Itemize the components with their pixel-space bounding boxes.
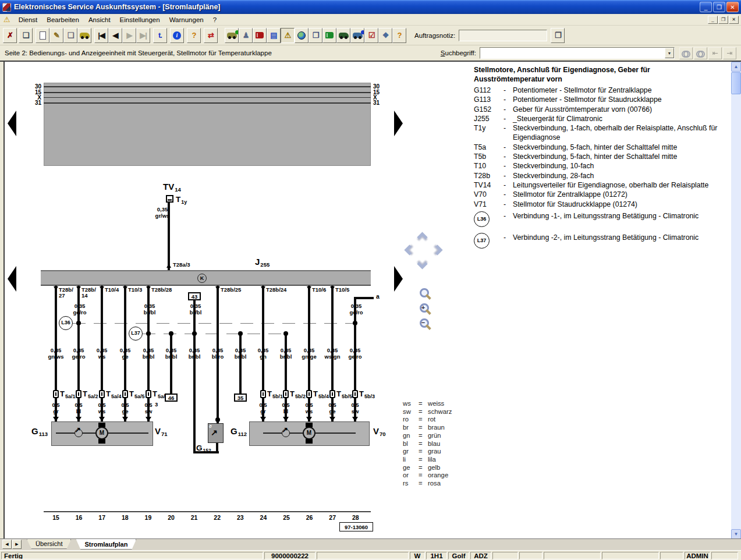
pin-arrow: [307, 286, 311, 290]
legend-description: Steckverbindung, 1-fach, oberhalb der Re…: [513, 123, 735, 143]
checklist-button[interactable]: ☑: [364, 28, 378, 43]
page-next-arrow[interactable]: [394, 111, 403, 136]
toolbar-buttons: ✗❏✎❑|◀◀▶▶|t.i?⇄♟▤⚠❒☑❖?: [3, 28, 406, 43]
page-prev-arrow[interactable]: [8, 266, 16, 292]
tools-button[interactable]: ❖: [378, 28, 392, 43]
print-icon: ❏: [23, 31, 29, 39]
equals-sign: =: [419, 400, 428, 408]
menu-item-warnungen[interactable]: Warnungen: [165, 15, 208, 24]
legend-entry: G152-Geber für Ausströmtemperatur vorn (…: [474, 105, 735, 114]
junction-dot: [169, 331, 173, 336]
k-circle: K: [197, 274, 207, 283]
legend-dash: -: [504, 211, 513, 221]
search-combobox[interactable]: ▼: [480, 47, 675, 59]
wire-label: 0,35br/bl: [132, 303, 167, 316]
vehicle-data-icon: [227, 33, 237, 38]
new-document-icon: [40, 31, 46, 40]
car-history-button[interactable]: [336, 28, 350, 43]
color-legend-row: ge=gelb: [403, 464, 452, 472]
mdi-close-button[interactable]: ✕: [729, 16, 739, 24]
status-field-empty: [602, 552, 659, 559]
legend-code: L37: [474, 233, 504, 249]
page-next-arrow[interactable]: [394, 266, 403, 292]
help-button[interactable]: ?: [187, 28, 201, 43]
document-help-button[interactable]: ?: [392, 28, 406, 43]
nav-first-button[interactable]: |◀: [94, 28, 108, 43]
auftragsnotiz-button[interactable]: ❐: [551, 28, 565, 43]
tab-scroll-left-button[interactable]: ◀: [2, 540, 12, 549]
t1y-label: T1y: [176, 194, 187, 205]
search-back-button[interactable]: [694, 47, 707, 59]
vehicle-button[interactable]: [77, 28, 91, 43]
tab-scroll-right-button[interactable]: ▶: [12, 540, 22, 549]
nav-back-button[interactable]: ◀: [108, 28, 122, 43]
result-next-button[interactable]: ⇥: [723, 47, 736, 59]
menu-item-einstellungen[interactable]: Einstellungen: [115, 15, 165, 24]
scroll-thumb[interactable]: [731, 72, 741, 94]
pin-arrow: [123, 286, 127, 290]
manual-book-button[interactable]: [253, 28, 267, 43]
mdi-minimize-button[interactable]: _: [708, 16, 718, 24]
status-field-w: W: [410, 552, 425, 559]
text-mode-button[interactable]: t.: [153, 28, 167, 43]
print-button[interactable]: ❏: [19, 28, 33, 43]
maximize-button[interactable]: ❐: [713, 2, 725, 12]
minimize-button[interactable]: _: [700, 2, 712, 12]
legend-description: Steckverbindung, 5-fach, hinter der Scha…: [513, 152, 735, 161]
legend-entry: V71-Stellmotor für Staudruckklappe (0127…: [474, 200, 735, 209]
tab-bersicht[interactable]: Übersicht: [27, 539, 71, 549]
nav-last-button[interactable]: ▶|: [136, 28, 150, 43]
junction-dot: [76, 321, 81, 325]
globe-button[interactable]: [295, 28, 309, 43]
search-buttons: ⇤⇥: [678, 47, 736, 59]
exit-button[interactable]: ✗: [3, 28, 17, 43]
search-forward-button[interactable]: [679, 47, 693, 59]
color-abbr: gr: [403, 448, 419, 456]
vehicle-data-button[interactable]: [225, 28, 239, 43]
search-label: Suchbegriff:: [441, 49, 476, 56]
copy-document-button[interactable]: ❑: [63, 28, 77, 43]
legend-description: _Steuergerät für Climatronic: [513, 114, 735, 123]
legend-description: Steckverbindung, 10-fach: [513, 161, 735, 171]
person-button[interactable]: ♟: [239, 28, 253, 43]
status-field-empty: [544, 552, 601, 559]
color-name: grau: [428, 448, 441, 456]
green-book-button[interactable]: [322, 28, 336, 43]
close-button[interactable]: ✕: [726, 2, 739, 12]
edit-document-icon: ✎: [54, 31, 59, 39]
scroll-up-button[interactable]: ▲: [731, 62, 741, 72]
wire-label: 0,35gr/ws: [145, 206, 180, 219]
nav-forward-button[interactable]: ▶: [122, 28, 136, 43]
equals-sign: =: [419, 472, 428, 480]
menu-item-ansicht[interactable]: Ansicht: [84, 15, 115, 24]
checklist-icon: ☑: [368, 31, 375, 39]
car-info-button[interactable]: [350, 28, 364, 43]
tab-stromlaufplan[interactable]: Stromlaufplan: [76, 539, 136, 550]
wheel: [81, 36, 84, 39]
edit-document-button[interactable]: ✎: [49, 28, 63, 43]
connector-label: T5a/: [153, 389, 165, 399]
mdi-restore-button[interactable]: ❐: [718, 16, 728, 24]
menu-item-dienst[interactable]: Dienst: [14, 15, 42, 24]
vertical-scrollbar[interactable]: ▲▼: [731, 62, 741, 538]
warnings-button[interactable]: ⚠: [281, 28, 295, 43]
swap-arrows-button[interactable]: ⇄: [204, 28, 218, 43]
page-prev-arrow[interactable]: [8, 111, 16, 136]
window-title: Elektronisches Service Auskunftssystem -…: [14, 3, 221, 11]
scroll-down-button[interactable]: ▼: [731, 529, 741, 538]
menu-item-bearbeiten[interactable]: Bearbeiten: [42, 15, 84, 24]
result-prev-button[interactable]: ⇤: [708, 47, 722, 59]
wire-label: 0,5sw: [131, 402, 166, 414]
info-button[interactable]: i: [170, 28, 184, 43]
legend-title: Stellmotore, Anschluß für Eigendiagnose,…: [474, 66, 735, 75]
chevron-down-icon[interactable]: ▼: [665, 48, 674, 58]
legend-description: Stellmotor für Zentralklappe (01272): [513, 190, 735, 199]
new-document-button[interactable]: [36, 28, 49, 43]
menu-item-help[interactable]: ?: [208, 15, 221, 24]
legend-entry: T5a-Steckverbindung, 5-fach, hinter der …: [474, 143, 735, 152]
legend-entry: L36-Verbindung -1-, im Leitungsstrang Be…: [474, 211, 735, 227]
auftragsnotiz-input[interactable]: [459, 30, 547, 41]
document-list-button[interactable]: ▤: [267, 28, 281, 43]
board-button[interactable]: ❒: [309, 28, 322, 43]
search-input[interactable]: [480, 48, 665, 58]
